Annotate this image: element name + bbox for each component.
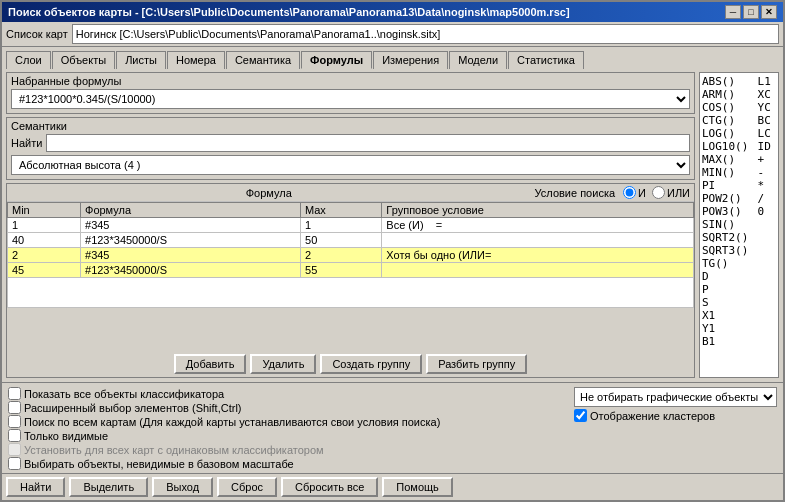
col-max: Max — [301, 203, 382, 218]
cluster-checkbox-row: Отображение кластеров — [574, 409, 777, 422]
checkbox-row-2: Расширенный выбор элементов (Shift,Ctrl) — [8, 401, 566, 414]
tab-models[interactable]: Модели — [449, 51, 507, 69]
help-button[interactable]: Помощь — [382, 477, 453, 497]
checkbox-all-same-class — [8, 443, 21, 456]
radio-and[interactable] — [623, 186, 636, 199]
func-log[interactable]: LOG() — [702, 127, 754, 140]
func-max[interactable]: MAX() — [702, 153, 754, 166]
tab-formulas[interactable]: Формулы — [301, 51, 372, 69]
exit-button[interactable]: Выход — [152, 477, 213, 497]
code-div: / — [758, 192, 776, 205]
func-abs[interactable]: ABS() — [702, 75, 754, 88]
radio-or[interactable] — [652, 186, 665, 199]
func-pow2[interactable]: POW2() — [702, 192, 754, 205]
checkbox-show-all[interactable] — [8, 387, 21, 400]
cell-group — [382, 233, 694, 248]
checkbox-row-1: Показать все объекты классификатора — [8, 387, 566, 400]
delete-button[interactable]: Удалить — [250, 354, 316, 374]
table-row[interactable]: 2 #345 2 Хотя бы одно (ИЛИ= — [8, 248, 694, 263]
code-sqrt2-empty — [758, 231, 776, 244]
func-p[interactable]: P — [702, 283, 754, 296]
func-pi[interactable]: PI — [702, 179, 754, 192]
checkbox-extended-label: Расширенный выбор элементов (Shift,Ctrl) — [24, 402, 242, 414]
reset-all-button[interactable]: Сбросить все — [281, 477, 378, 497]
func-arm[interactable]: ARM() — [702, 88, 754, 101]
find-button[interactable]: Найти — [6, 477, 65, 497]
tab-objects[interactable]: Объекты — [52, 51, 115, 69]
radio-and-label[interactable]: И — [623, 186, 646, 199]
title-text: Поиск объектов карты - [C:\Users\Public\… — [8, 6, 570, 18]
func-log10[interactable]: LOG10() — [702, 140, 754, 153]
func-min[interactable]: MIN() — [702, 166, 754, 179]
tab-statistics[interactable]: Статистика — [508, 51, 584, 69]
cell-group — [382, 263, 694, 278]
table-row[interactable]: 45 #123*3450000/S 55 — [8, 263, 694, 278]
checkbox-row-3: Поиск по всем картам (Для каждой карты у… — [8, 415, 566, 428]
code-p-empty — [758, 283, 776, 296]
checkbox-extended[interactable] — [8, 401, 21, 414]
cell-formula: #123*3450000/S — [81, 263, 301, 278]
tab-sheets[interactable]: Листы — [116, 51, 166, 69]
func-cos[interactable]: COS() — [702, 101, 754, 114]
toolbar-row: Список карт — [2, 22, 783, 47]
code-x1-empty — [758, 309, 776, 322]
formula-section-title: Формула — [11, 187, 527, 199]
saved-formulas-combo[interactable]: #123*1000*0.345/(S/10000) — [11, 89, 690, 109]
tab-layers[interactable]: Слои — [6, 51, 51, 69]
func-y1[interactable]: Y1 — [702, 322, 754, 335]
checkbox-row-5: Установить для всех карт с одинаковым кл… — [8, 443, 566, 456]
close-button[interactable]: ✕ — [761, 5, 777, 19]
func-b1[interactable]: B1 — [702, 335, 754, 348]
code-y1-empty — [758, 322, 776, 335]
func-ctg[interactable]: CTG() — [702, 114, 754, 127]
graphic-objects-dropdown[interactable]: Не отбирать графические объекты — [574, 387, 777, 407]
func-sin[interactable]: SIN() — [702, 218, 754, 231]
code-b1-empty — [758, 335, 776, 348]
cell-max: 2 — [301, 248, 382, 263]
checkbox-invisible-base[interactable] — [8, 457, 21, 470]
map-list-input[interactable] — [72, 24, 779, 44]
semantics-combo[interactable]: Абсолютная высота (4 ) — [11, 155, 690, 175]
table-row[interactable]: 1 #345 1 Все (И) = — [8, 218, 694, 233]
split-group-button[interactable]: Разбить группу — [426, 354, 527, 374]
tab-semantics[interactable]: Семантика — [226, 51, 300, 69]
minimize-button[interactable]: ─ — [725, 5, 741, 19]
maximize-button[interactable]: □ — [743, 5, 759, 19]
cell-formula: #123*3450000/S — [81, 233, 301, 248]
radio-or-label[interactable]: ИЛИ — [652, 186, 690, 199]
cell-max: 50 — [301, 233, 382, 248]
bottom-split: Показать все объекты классификатора Расш… — [8, 387, 777, 471]
func-sqrt2[interactable]: SQRT2() — [702, 231, 754, 244]
cell-group: Хотя бы одно (ИЛИ= — [382, 248, 694, 263]
code-zero: 0 — [758, 205, 776, 218]
bottom-left: Показать все объекты классификатора Расш… — [8, 387, 566, 471]
title-bar: Поиск объектов карты - [C:\Users\Public\… — [2, 2, 783, 22]
semantics-find-input[interactable] — [46, 134, 690, 152]
func-tg[interactable]: TG() — [702, 257, 754, 270]
formula-buttons: Добавить Удалить Создать группу Разбить … — [7, 351, 694, 377]
cluster-checkbox[interactable] — [574, 409, 587, 422]
reset-button[interactable]: Сброс — [217, 477, 277, 497]
checkbox-visible-only[interactable] — [8, 429, 21, 442]
func-s[interactable]: S — [702, 296, 754, 309]
select-button[interactable]: Выделить — [69, 477, 148, 497]
tab-measurements[interactable]: Измерения — [373, 51, 448, 69]
func-pow3[interactable]: POW3() — [702, 205, 754, 218]
table-row[interactable]: 40 #123*3450000/S 50 — [8, 233, 694, 248]
code-s-empty — [758, 296, 776, 309]
checkbox-show-all-label: Показать все объекты классификатора — [24, 388, 224, 400]
add-button[interactable]: Добавить — [174, 354, 247, 374]
func-d[interactable]: D — [702, 270, 754, 283]
func-x1[interactable]: X1 — [702, 309, 754, 322]
toolbar-label: Список карт — [6, 28, 68, 40]
action-buttons-bar: Найти Выделить Выход Сброс Сбросить все … — [2, 473, 783, 500]
code-lc: LC — [758, 127, 776, 140]
code-sin-empty — [758, 218, 776, 231]
func-sqrt3[interactable]: SQRT3() — [702, 244, 754, 257]
checkbox-all-maps[interactable] — [8, 415, 21, 428]
create-group-button[interactable]: Создать группу — [320, 354, 422, 374]
checkbox-all-same-class-label: Установить для всех карт с одинаковым кл… — [24, 444, 324, 456]
tab-numbers[interactable]: Номера — [167, 51, 225, 69]
main-window: Поиск объектов карты - [C:\Users\Public\… — [0, 0, 785, 502]
saved-formulas-title: Набранные формулы — [11, 75, 690, 87]
